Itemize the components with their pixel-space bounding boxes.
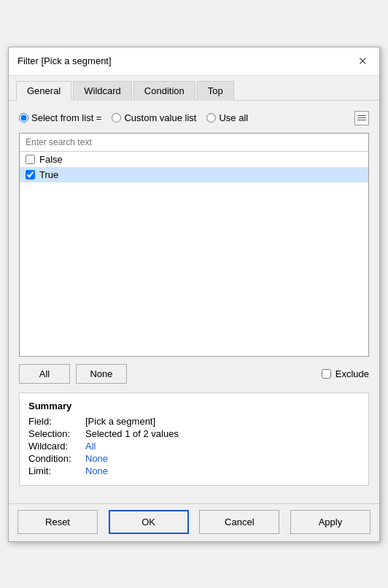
radio-use-all-input[interactable] — [206, 113, 216, 123]
footer: Reset OK Cancel Apply — [9, 503, 379, 541]
menu-line-1 — [357, 115, 366, 116]
filter-dialog: Filter [Pick a segment] ✕ General Wildca… — [8, 47, 380, 542]
radio-use-all[interactable]: Use all — [206, 112, 248, 123]
summary-limit-row: Limit: None — [28, 465, 360, 476]
tab-bar: General Wildcard Condition Top — [9, 76, 379, 101]
summary-box: Summary Field: [Pick a segment] Selectio… — [19, 392, 369, 486]
summary-field-label: Field: — [28, 416, 79, 427]
summary-condition-value: None — [85, 453, 108, 464]
menu-icon[interactable] — [354, 111, 369, 125]
reset-button[interactable]: Reset — [18, 510, 98, 534]
false-checkbox[interactable] — [26, 155, 35, 164]
false-label: False — [39, 154, 63, 165]
summary-limit-label: Limit: — [28, 465, 79, 476]
summary-field-row: Field: [Pick a segment] — [28, 416, 360, 427]
selection-controls: All None Exclude — [19, 364, 369, 384]
summary-selection-row: Selection: Selected 1 of 2 values — [28, 428, 360, 439]
summary-selection-value: Selected 1 of 2 values — [85, 428, 179, 439]
summary-condition-label: Condition: — [28, 453, 79, 464]
radio-select-list[interactable]: Select from list = — [19, 112, 101, 123]
summary-field-value: [Pick a segment] — [85, 416, 155, 427]
all-button[interactable]: All — [19, 364, 70, 384]
cancel-button[interactable]: Cancel — [199, 510, 279, 534]
tab-top[interactable]: Top — [197, 81, 234, 101]
summary-wildcard-label: Wildcard: — [28, 441, 79, 452]
title-bar: Filter [Pick a segment] ✕ — [9, 47, 379, 76]
list-container: False True — [19, 133, 369, 357]
search-input[interactable] — [20, 134, 368, 152]
radio-select-list-input[interactable] — [19, 113, 28, 123]
dialog-title: Filter [Pick a segment] — [18, 55, 112, 66]
apply-button[interactable]: Apply — [290, 510, 370, 534]
content-area: Select from list = Custom value list Use… — [9, 101, 379, 503]
tab-general[interactable]: General — [16, 81, 71, 101]
tab-condition[interactable]: Condition — [133, 81, 195, 101]
summary-title: Summary — [28, 401, 360, 411]
menu-line-3 — [357, 120, 366, 120]
radio-custom-value[interactable]: Custom value list — [112, 112, 196, 123]
ok-button[interactable]: OK — [109, 510, 189, 534]
exclude-checkbox[interactable] — [322, 369, 331, 379]
list-item[interactable]: True — [20, 167, 368, 182]
summary-wildcard-row: Wildcard: All — [28, 441, 360, 452]
none-button[interactable]: None — [76, 364, 127, 384]
close-button[interactable]: ✕ — [354, 53, 370, 69]
exclude-label: Exclude — [335, 368, 369, 379]
summary-wildcard-value: All — [85, 441, 96, 452]
true-checkbox[interactable] — [26, 170, 35, 179]
radio-use-all-label: Use all — [219, 112, 248, 123]
menu-line-2 — [357, 117, 366, 118]
summary-limit-value: None — [85, 465, 108, 476]
radio-custom-value-input[interactable] — [112, 113, 121, 123]
list-item[interactable]: False — [20, 152, 368, 167]
list-items: False True — [20, 152, 368, 356]
summary-condition-row: Condition: None — [28, 453, 360, 464]
exclude-row: Exclude — [322, 368, 369, 379]
true-label: True — [39, 169, 58, 180]
radio-custom-value-label: Custom value list — [124, 112, 196, 123]
tab-wildcard[interactable]: Wildcard — [73, 81, 132, 101]
summary-selection-label: Selection: — [28, 428, 79, 439]
filter-type-row: Select from list = Custom value list Use… — [19, 111, 369, 125]
radio-select-list-label: Select from list = — [31, 112, 101, 123]
